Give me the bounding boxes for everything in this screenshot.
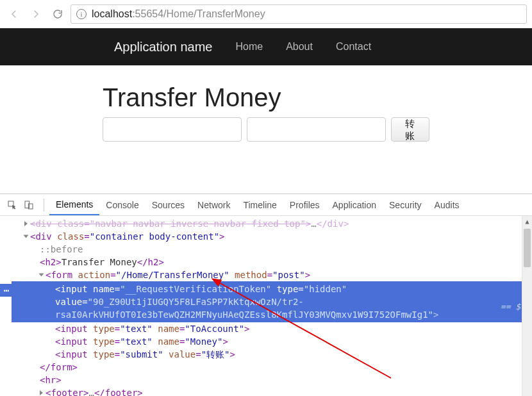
page-title: Transfer Money [103,74,429,117]
inspect-icon[interactable] [5,198,19,212]
tab-console[interactable]: Console [99,194,145,215]
app-brand[interactable]: Application name [103,40,224,54]
browser-toolbar: i localhost:55654/Home/TransferMoney [0,0,532,28]
forward-button[interactable] [27,5,45,23]
tab-audits[interactable]: Audits [428,194,466,215]
scroll-thumb[interactable] [524,229,531,267]
nav-home[interactable]: Home [224,41,274,53]
nav-about[interactable]: About [274,41,324,53]
back-button[interactable] [5,5,23,23]
dom-node-h2[interactable]: <h2>Transfer Money</h2> [12,256,532,268]
dom-node-hidden-input-selected[interactable]: ⋯<input name="__RequestVerificationToken… [12,281,532,322]
page-content: Application name Home About Contact Tran… [0,28,532,194]
devtools-panel: Elements Console Sources Network Timelin… [0,194,532,396]
dom-node-input-money[interactable]: <input type="text" name="Money"> [12,335,532,348]
money-input[interactable] [247,117,386,142]
site-info-icon[interactable]: i [76,9,87,19]
dom-node-footer[interactable]: <footer>…</footer> [12,386,532,396]
tab-timeline[interactable]: Timeline [237,194,283,215]
scroll-up-icon[interactable]: ▲ [522,216,532,227]
dom-node-input-toaccount[interactable]: <input type="text" name="ToAccount"> [12,322,532,335]
dom-node-form[interactable]: <form action="/Home/TransferMoney" metho… [12,268,532,281]
url-text: localhost:55654/Home/TransferMoney [92,8,265,20]
tab-separator [44,199,44,211]
address-bar[interactable]: i localhost:55654/Home/TransferMoney [71,4,527,24]
dom-node-container[interactable]: <div class="container body-content"> [12,230,532,243]
transfer-form: 转账 [103,117,429,142]
to-account-input[interactable] [103,117,242,142]
devtools-tabs: Elements Console Sources Network Timelin… [0,194,532,216]
page-container: Transfer Money 转账 [0,65,532,151]
dom-node-hr[interactable]: <hr> [12,374,532,386]
elements-tree[interactable]: <div class="navbar navbar-inverse navbar… [0,216,532,396]
dom-node-input-submit[interactable]: <input type="submit" value="转账"> [12,348,532,361]
breakpoint-gutter-icon[interactable]: ⋯ [0,284,12,297]
tab-application[interactable]: Application [326,194,383,215]
app-navbar: Application name Home About Contact [0,28,532,65]
devtools-scrollbar[interactable]: ▲ [522,216,532,396]
tab-elements[interactable]: Elements [49,194,99,215]
tab-security[interactable]: Security [383,194,428,215]
dom-node-form-close[interactable]: </form> [12,361,532,374]
nav-contact[interactable]: Contact [324,41,383,53]
submit-button[interactable]: 转账 [391,117,429,142]
dom-pseudo-before[interactable]: ::before [12,243,532,256]
device-toggle-icon[interactable] [22,198,36,212]
dom-node-cutoff[interactable]: <div class="navbar navbar-inverse navbar… [12,217,532,230]
tab-profiles[interactable]: Profiles [283,194,326,215]
tab-network[interactable]: Network [191,194,237,215]
tab-sources[interactable]: Sources [145,194,191,215]
reload-button[interactable] [49,5,67,23]
